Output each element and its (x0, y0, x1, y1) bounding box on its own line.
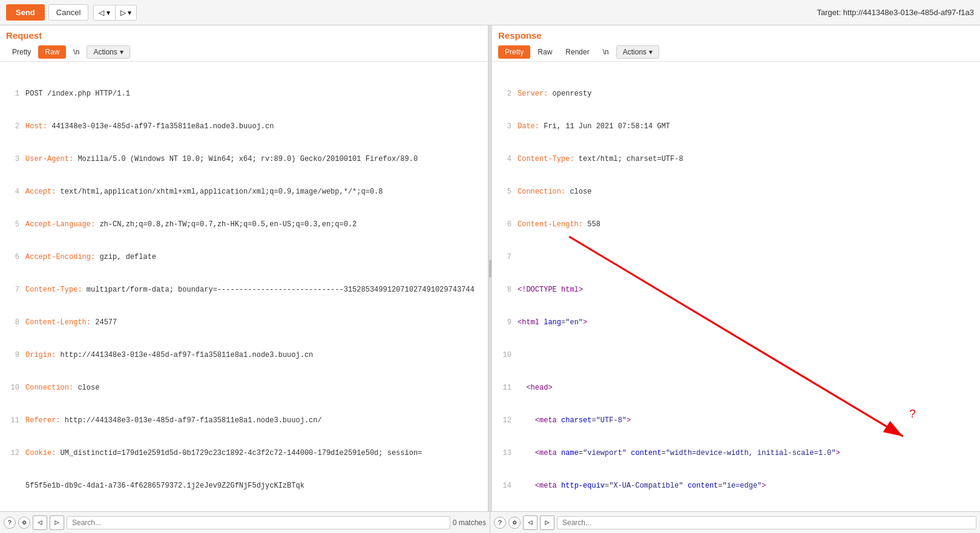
tab-response-newline[interactable]: \n (597, 46, 615, 58)
resp-line-9: 9 <html lang="en"> (497, 317, 975, 328)
tab-request-raw[interactable]: Raw (38, 45, 66, 59)
tab-response-raw[interactable]: Raw (531, 46, 558, 58)
req-line-3: 3 User-Agent: Mozilla/5.0 (Windows NT 10… (5, 154, 483, 165)
resp-line-13: 13 <meta name="viewport" content="width=… (497, 448, 975, 459)
response-code: 2 Server: openresty 3 Date: Fri, 11 Jun … (492, 64, 980, 511)
req-line-10: 10 Connection: close (5, 382, 483, 393)
req-line-11: 11 Referer: http://441348e3-013e-485d-af… (5, 415, 483, 426)
resp-line-6: 6 Content-Length: 558 (497, 219, 975, 230)
nav-back-button[interactable]: ◁ ▾ (93, 5, 115, 21)
resp-line-8: 8 <!DOCTYPE html> (497, 284, 975, 295)
toolbar: Send Cancel ◁ ▾ ▷ ▾ Target: http://44134… (0, 0, 980, 25)
response-panel: Response Pretty Raw Render \n Actions ▾ … (492, 25, 980, 511)
resp-line-4: 4 Content-Type: text/html; charset=UTF-8 (497, 154, 975, 165)
matches-count: 0 matches (453, 518, 486, 527)
send-button[interactable]: Send (6, 4, 45, 21)
req-line-2: 2 Host: 441348e3-013e-485d-af97-f1a35811… (5, 121, 483, 132)
bottom-right: ? ⚙ ◁ ▷ (490, 512, 980, 533)
resp-line-14: 14 <meta http-equiv="X-UA-Compatible" co… (497, 480, 975, 491)
forward-arrow-left[interactable]: ▷ (50, 515, 64, 530)
request-tabs: Pretty Raw \n Actions ▾ (0, 43, 488, 62)
search-input-left[interactable] (67, 516, 450, 529)
search-input-right[interactable] (557, 516, 976, 529)
tab-request-newline[interactable]: \n (67, 46, 85, 58)
req-line-1: 1 POST /index.php HTTP/1.1 (5, 88, 483, 99)
resp-line-7: 7 (497, 252, 975, 263)
back-arrow-right[interactable]: ◁ (523, 515, 538, 530)
resp-line-10: 10 (497, 350, 975, 361)
req-line-8: 8 Content-Length: 24577 (5, 317, 483, 328)
tab-request-pretty[interactable]: Pretty (6, 46, 37, 58)
req-line-9: 9 Origin: http://441348e3-013e-485d-af97… (5, 350, 483, 361)
target-url: Target: http://441348e3-013e-485d-af97-f… (817, 8, 974, 17)
settings-icon-left[interactable]: ⚙ (18, 517, 30, 529)
resp-line-5: 5 Connection: close (497, 186, 975, 197)
req-line-5: 5 Accept-Language: zh-CN,zh;q=0.8,zh-TW;… (5, 219, 483, 230)
response-title: Response (492, 25, 980, 43)
req-line-4: 4 Accept: text/html,application/xhtml+xm… (5, 186, 483, 197)
chevron-down-icon: ▾ (649, 48, 653, 56)
tab-request-actions[interactable]: Actions ▾ (87, 45, 130, 59)
back-arrow-left[interactable]: ◁ (33, 515, 47, 530)
bottom-left: ? ⚙ ◁ ▷ 0 matches (0, 512, 490, 533)
request-title: Request (0, 25, 488, 43)
main-content: Request Pretty Raw \n Actions ▾ 1 POST /… (0, 25, 980, 511)
req-line-6: 6 Accept-Encoding: gzip, deflate (5, 252, 483, 263)
req-line-12b: 5f5f5e1b-db9c-4da1-a736-4f6286579372.1j2… (5, 480, 483, 491)
response-tabs: Pretty Raw Render \n Actions ▾ (492, 43, 980, 62)
tab-response-pretty[interactable]: Pretty (498, 45, 530, 59)
resp-line-11: 11 <head> (497, 382, 975, 393)
cancel-button[interactable]: Cancel (48, 4, 88, 21)
bottom-bar: ? ⚙ ◁ ▷ 0 matches ? ⚙ ◁ ▷ (0, 511, 980, 533)
resp-line-3: 3 Date: Fri, 11 Jun 2021 07:58:14 GMT (497, 121, 975, 132)
request-code: 1 POST /index.php HTTP/1.1 2 Host: 44134… (0, 64, 488, 511)
request-content[interactable]: 1 POST /index.php HTTP/1.1 2 Host: 44134… (0, 62, 488, 511)
forward-arrow-right[interactable]: ▷ (540, 515, 554, 530)
chevron-down-icon: ▾ (120, 48, 123, 56)
settings-icon-right[interactable]: ⚙ (508, 517, 521, 529)
help-icon-left[interactable]: ? (4, 517, 16, 529)
nav-forward-button[interactable]: ▷ ▾ (116, 5, 137, 21)
tab-response-render[interactable]: Render (559, 46, 595, 58)
req-line-7: 7 Content-Type: multipart/form-data; bou… (5, 284, 483, 295)
resp-line-12: 12 <meta charset="UTF-8"> (497, 415, 975, 426)
resp-line-2: 2 Server: openresty (497, 88, 975, 99)
response-content[interactable]: 2 Server: openresty 3 Date: Fri, 11 Jun … (492, 62, 980, 511)
request-panel: Request Pretty Raw \n Actions ▾ 1 POST /… (0, 25, 488, 511)
tab-response-actions[interactable]: Actions ▾ (616, 45, 659, 59)
req-line-12: 12 Cookie: UM_distinctid=179d1e2591d5d-0… (5, 448, 483, 459)
help-icon-right[interactable]: ? (494, 517, 506, 529)
